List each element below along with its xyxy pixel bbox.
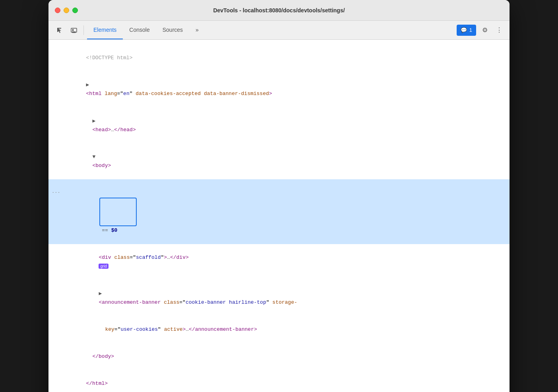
body-arrow[interactable]: ▼ [92, 153, 99, 161]
cursor-icon [56, 27, 63, 34]
main-tabs: Elements Console Sources » [87, 21, 205, 39]
messages-badge-button[interactable]: 💬 1 [457, 25, 476, 36]
comment-line[interactable]: ··· == $0 [48, 179, 510, 244]
doctype-text: <!DOCTYPE html> [86, 55, 132, 61]
cursor-tool-button[interactable] [53, 24, 66, 37]
dom-panel: <!DOCTYPE html> ▶ <html lang="en" data-c… [48, 40, 510, 392]
traffic-lights [55, 8, 78, 13]
div-scaffold-line[interactable]: <div class="scaffold">…</div> grid [48, 244, 510, 280]
more-options-button[interactable]: ⋮ [494, 25, 505, 36]
html-arrow[interactable]: ▶ [86, 81, 92, 89]
settings-icon: ⚙ [482, 26, 488, 34]
selected-node-border [99, 198, 137, 226]
messages-icon: 💬 [461, 27, 467, 33]
tab-elements[interactable]: Elements [87, 21, 123, 39]
announcement-banner-line2[interactable]: key="user-cookies" active>…</announcemen… [48, 316, 510, 343]
minimize-button[interactable] [64, 8, 69, 13]
html-open-line[interactable]: ▶ <html lang="en" data-cookies-accepted … [48, 72, 510, 107]
body-close-line[interactable]: </body> [48, 343, 510, 370]
toolbar-separator [83, 25, 84, 35]
device-icon [70, 27, 78, 34]
messages-count: 1 [469, 27, 472, 33]
close-button[interactable] [55, 8, 60, 13]
html-close-line[interactable]: </html> [48, 370, 510, 392]
tab-more[interactable]: » [189, 21, 205, 39]
toolbar-right: 💬 1 ⚙ ⋮ [457, 25, 505, 36]
maximize-button[interactable] [72, 8, 78, 13]
toolbar: Elements Console Sources » 💬 1 ⚙ ⋮ [48, 21, 510, 40]
tab-console[interactable]: Console [123, 21, 156, 39]
announcement-arrow[interactable]: ▶ [99, 289, 105, 298]
more-options-icon: ⋮ [496, 26, 502, 34]
svg-rect-1 [58, 28, 61, 29]
dollar-zero: $0 [111, 227, 118, 233]
device-toggle-button[interactable] [68, 24, 80, 37]
title-bar: DevTools - localhost:8080/docs/devtools/… [48, 0, 510, 21]
doctype-line[interactable]: <!DOCTYPE html> [48, 45, 510, 72]
grid-badge: grid [99, 264, 108, 269]
announcement-banner-line1[interactable]: ▶ <announcement-banner class="cookie-ban… [48, 280, 510, 316]
head-line[interactable]: ▶ <head>…</head> [48, 108, 510, 144]
tab-sources[interactable]: Sources [156, 21, 189, 39]
window-title: DevTools - localhost:8080/docs/devtools/… [213, 7, 345, 14]
body-open-line[interactable]: ▼ <body> [48, 144, 510, 179]
svg-rect-6 [72, 29, 74, 31]
devtools-window: DevTools - localhost:8080/docs/devtools/… [48, 0, 510, 392]
head-arrow[interactable]: ▶ [92, 117, 99, 126]
dots-menu[interactable]: ··· [52, 189, 60, 197]
main-content: <!DOCTYPE html> ▶ <html lang="en" data-c… [48, 40, 510, 392]
settings-button[interactable]: ⚙ [479, 25, 490, 36]
